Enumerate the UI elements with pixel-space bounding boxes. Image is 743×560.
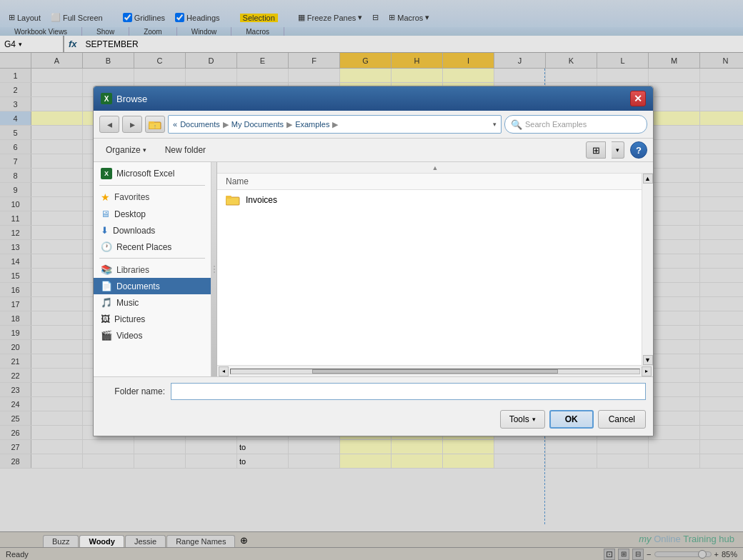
sidebar-item-videos[interactable]: 🎬 Videos [94, 327, 211, 344]
filelist-container: ▲ Name [217, 162, 653, 376]
libraries-icon: 📚 [101, 264, 112, 275]
dialog-overlay: X Browse ✕ ◂ ▸ ↑ « Documents ▶ My Docum [0, 0, 743, 560]
dialog-close-btn[interactable]: ✕ [630, 91, 646, 106]
filelist-with-scroll: Name Invoices [217, 174, 653, 365]
favorites-header-label: Favorites [114, 192, 149, 202]
scroll-down-btn[interactable]: ▼ [643, 355, 653, 365]
path-examples[interactable]: Examples [295, 120, 329, 129]
forward-btn[interactable]: ▸ [122, 116, 142, 133]
videos-label: Videos [116, 331, 142, 341]
dialog-sidebar: X Microsoft Excel ★ Favorites 🖥 Desktop … [94, 162, 211, 376]
help-btn[interactable]: ? [630, 141, 647, 159]
sidebar-item-pictures[interactable]: 🖼 Pictures [94, 311, 211, 327]
dialog-body: X Microsoft Excel ★ Favorites 🖥 Desktop … [94, 162, 653, 376]
search-box[interactable]: 🔍 Search Examples [504, 115, 647, 134]
view-dropdown-btn[interactable]: ▾ [612, 141, 624, 159]
folder-name-row: Folder name: [94, 376, 653, 406]
organize-btn[interactable]: Organize ▾ [99, 142, 153, 158]
dialog-buttons-row: Tools ▾ OK Cancel [94, 406, 653, 436]
folder-name-input[interactable] [171, 383, 646, 400]
hscroll-track[interactable] [230, 369, 640, 374]
path-mydocuments[interactable]: My Documents [231, 120, 284, 129]
hscroll-left-btn[interactable]: ◂ [219, 366, 229, 376]
up-btn[interactable]: ↑ [145, 116, 165, 133]
cancel-button[interactable]: Cancel [598, 410, 646, 429]
documents-icon: 📄 [101, 281, 112, 291]
sidebar-favorites-header: ★ Favorites [94, 189, 211, 206]
svg-rect-4 [226, 196, 231, 199]
scroll-up-btn[interactable]: ▲ [643, 174, 653, 184]
pictures-icon: 🖼 [101, 314, 110, 324]
downloads-label: Downloads [113, 226, 155, 236]
search-placeholder-text: Search Examples [525, 120, 587, 129]
name-column-header: Name [226, 176, 249, 186]
tools-dropdown-arrow: ▾ [532, 416, 536, 423]
sidebar-divider-1 [99, 185, 205, 186]
hscroll-right-btn[interactable]: ▸ [642, 366, 652, 376]
browse-dialog: X Browse ✕ ◂ ▸ ↑ « Documents ▶ My Docum [93, 86, 654, 436]
tools-btn[interactable]: Tools ▾ [500, 410, 545, 429]
recent-icon: 🕐 [101, 241, 112, 252]
sidebar-item-music[interactable]: 🎵 Music [94, 294, 211, 311]
view-toggle-btn[interactable]: ⊞ [586, 141, 606, 159]
dialog-address-bar: ◂ ▸ ↑ « Documents ▶ My Documents ▶ Examp… [94, 111, 653, 139]
path-dropdown-arrow[interactable]: ▾ [493, 121, 497, 128]
libraries-header-label: Libraries [116, 265, 149, 275]
tools-label: Tools [509, 414, 529, 424]
horizontal-scrollbar[interactable]: ◂ ▸ [217, 365, 653, 376]
back-btn[interactable]: ◂ [99, 116, 119, 133]
sidebar-item-recent[interactable]: 🕐 Recent Places [94, 239, 211, 255]
hscroll-thumb[interactable] [312, 369, 557, 374]
documents-label: Documents [116, 281, 160, 291]
dialog-title-text: Browse [116, 94, 147, 104]
dialog-filelist: Name Invoices [217, 174, 642, 365]
sidebar-item-documents[interactable]: 📄 Documents [94, 278, 211, 294]
path-documents[interactable]: Documents [180, 120, 220, 129]
up-folder-icon: ↑ [149, 119, 161, 129]
filelist-header: Name [217, 174, 642, 190]
folder-name-label: Folder name: [101, 386, 165, 396]
sidebar-excel-label: Microsoft Excel [116, 169, 174, 179]
downloads-icon: ⬇ [101, 225, 109, 236]
vertical-scrollbar[interactable]: ▲ ▼ [642, 174, 653, 365]
folder-icon [226, 194, 240, 206]
music-label: Music [116, 298, 139, 308]
excel-icon: X [101, 93, 112, 104]
recent-label: Recent Places [116, 242, 171, 252]
svg-text:↑: ↑ [154, 123, 157, 129]
resize-dots [211, 162, 216, 376]
videos-icon: 🎬 [101, 330, 112, 341]
folder-name-invoices: Invoices [246, 195, 277, 205]
address-path-box[interactable]: « Documents ▶ My Documents ▶ Examples ▶ … [168, 115, 502, 134]
sidebar-item-desktop[interactable]: 🖥 Desktop [94, 206, 211, 222]
organize-dropdown-arrow: ▾ [143, 146, 146, 154]
favorites-star-icon: ★ [101, 191, 110, 203]
search-icon: 🔍 [511, 119, 522, 130]
dialog-title-area: X Browse [101, 93, 147, 104]
excel-file-icon: X [101, 168, 112, 179]
dialog-titlebar: X Browse ✕ [94, 86, 653, 111]
music-icon: 🎵 [101, 297, 112, 308]
sidebar-item-downloads[interactable]: ⬇ Downloads [94, 222, 211, 239]
sidebar-libraries-header: 📚 Libraries [94, 261, 211, 278]
ok-button[interactable]: OK [549, 410, 594, 429]
path-part-documents: « [173, 120, 177, 129]
desktop-label: Desktop [114, 209, 146, 219]
sidebar-divider-2 [99, 258, 205, 259]
desktop-icon: 🖥 [101, 209, 110, 219]
dialog-toolbar: Organize ▾ New folder ⊞ ▾ ? [94, 139, 653, 162]
pictures-label: Pictures [114, 314, 145, 324]
organize-label: Organize [106, 145, 141, 155]
scroll-up-indicator[interactable]: ▲ [217, 162, 653, 174]
new-folder-label: New folder [165, 145, 206, 155]
sidebar-resize-handle[interactable] [211, 162, 217, 376]
list-item[interactable]: Invoices [217, 190, 642, 210]
new-folder-btn[interactable]: New folder [159, 142, 212, 158]
sidebar-item-excel[interactable]: X Microsoft Excel [94, 165, 211, 182]
